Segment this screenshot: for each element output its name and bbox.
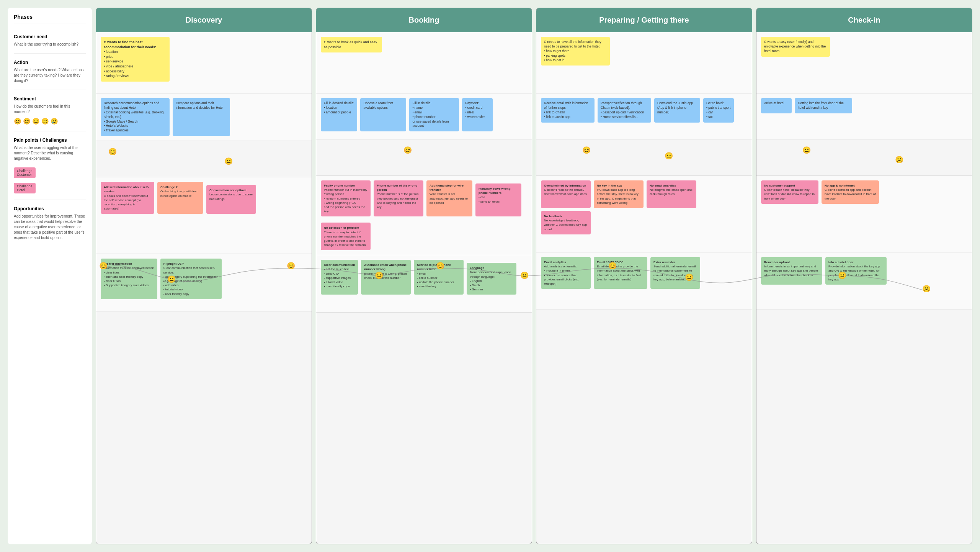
phase-opportunity: Opportunities Add opportunities for impr… [14, 200, 86, 247]
preparing-opportunity: Email analyticsAdd analytics on emails:•… [536, 252, 752, 310]
preparing-opp-notes: Email analyticsAdd analytics on emails:•… [541, 257, 747, 289]
discovery-pain-notes: Allased information about self-serviceC … [101, 182, 307, 214]
sentiment-desc: How do the customers feel in this moment… [14, 104, 86, 115]
checkin-emoji-sad: ☹️ [895, 156, 903, 164]
preparing-header: Preparing / Getting there [536, 8, 752, 32]
checkin-need-notes: C wants a easy (user friendly) and enjoy… [761, 37, 967, 57]
checkin-action-notes: Arrive at hotel Getting into the front d… [761, 98, 967, 113]
discovery-action-note-2: Compare options and their information an… [173, 98, 230, 136]
emoji-4: ☹️ [41, 118, 49, 125]
discovery-action: Research accommodation options and findi… [96, 93, 312, 141]
checkin-opp-note-1: Reminder upfrontInform guests in an impo… [761, 257, 822, 285]
action-desc: What are the user's needs? What actions … [14, 67, 86, 84]
booking-need-notes: C wants to book as quick and easy as pos… [321, 37, 527, 52]
discovery-customer-need: C wants to find the best accommodation f… [96, 32, 312, 93]
emoji-1: 😊 [14, 118, 21, 125]
preparing-sentiment-line: 😊 😐 [541, 144, 747, 171]
booking-action: Fill in desired details:• location• amou… [316, 93, 532, 139]
customer-need-desc: What is the user trying to accomplish? [14, 42, 86, 47]
phase-action: Action What are the user's needs? What a… [14, 54, 86, 90]
preparing-need-notes: C needs to have all the information they… [541, 37, 747, 66]
booking-action-note-4: Payment:• credit card• ideal• wisetransf… [462, 98, 493, 131]
booking-opportunity: Clear communication• not too much text• … [316, 255, 532, 313]
challenge-customer-badge: ChallengeCustomer [14, 167, 36, 178]
preparing-need-note-1: C needs to have all the information they… [541, 37, 610, 66]
checkin-emoji-neutral: 😐 [802, 146, 811, 154]
opportunity-desc: Add opportunities for improvement. These… [14, 214, 86, 241]
preparing-pain-note-4: No feedbackNo knowledge / feedback, whet… [541, 211, 591, 234]
preparing-opp-note-3: Extra reminderSend additional reminder e… [650, 257, 700, 289]
checkin-action-note-1: Arrive at hotel [761, 98, 792, 113]
preparing-action-note-3: Download the Justin app (App & link in p… [654, 98, 700, 123]
booking-customer-need: C wants to book as quick and easy as pos… [316, 32, 532, 93]
checkin-opportunity: Reminder upfrontInform guests in an impo… [756, 252, 972, 310]
booking-need-note-1: C wants to book as quick and easy as pos… [321, 37, 382, 52]
preparing-column: Preparing / Getting there C needs to hav… [536, 8, 752, 544]
booking-opp-note-2: Automatic email when phone number wrongp… [361, 260, 411, 295]
opportunity-title: Opportunities [14, 206, 86, 211]
booking-emoji-happy: 😊 [403, 146, 412, 154]
emoji-3: 😐 [32, 118, 40, 125]
columns-wrapper: Discovery C wants to find the best accom… [96, 8, 972, 544]
action-title: Action [14, 60, 86, 65]
checkin-pain-note-1: No customer supportC can't reach hotel, … [761, 180, 818, 204]
booking-opp-notes: Clear communication• not too much text• … [321, 260, 527, 295]
booking-pain-note-4: manually solve wrong phone numbers• call… [475, 183, 521, 216]
discovery-pain-note-3: Conversation not optimalLoose conversion… [206, 185, 256, 214]
booking-column: Booking C wants to book as quick and eas… [316, 8, 532, 544]
preparing-pain-note-2: No key in the appIf C downloads app too … [594, 180, 644, 208]
discovery-need-note-1: C wants to find the best accommodation f… [101, 37, 170, 82]
phase-sentiment: Sentiment How do the customers feel in t… [14, 90, 86, 131]
preparing-action: Receive email with information of furthe… [536, 93, 752, 139]
booking-pain-notes: Faulty phone numberPhone number put in i… [321, 180, 527, 250]
booking-action-note-3: Fill in details:• name• email• phone num… [409, 98, 459, 131]
booking-action-note-1: Fill in desired details:• location• amou… [321, 98, 357, 131]
booking-pain-note-2: Phone number of the wrong personPhone nu… [374, 180, 423, 216]
checkin-opp-note-2: Info at hotel doorProvide information ab… [825, 257, 887, 285]
checkin-sentiment-line: 😐 ☹️ [761, 144, 967, 171]
discovery-pain-note-2: Challenge 2On booking image with text is… [157, 182, 203, 214]
checkin-action: Arrive at hotel Getting into the front d… [756, 93, 972, 139]
booking-sentiment: 😊 [316, 139, 532, 176]
preparing-emoji-happy: 😊 [582, 146, 591, 154]
booking-pain: Faulty phone numberPhone number put in i… [316, 176, 532, 255]
discovery-pain: Allased information about self-serviceC … [96, 177, 312, 254]
preparing-action-note-4: Get to hotel:• public transport• car• ta… [703, 98, 734, 123]
preparing-emoji-neutral: 😐 [665, 152, 673, 160]
booking-pain-note-3: Additional step for wire transferWire tr… [426, 180, 472, 216]
checkin-customer-need: C wants a easy (user friendly) and enjoy… [756, 32, 972, 93]
booking-opp-note-1: Clear communication• not too much text• … [321, 260, 358, 295]
booking-action-notes: Fill in desired details:• location• amou… [321, 98, 527, 131]
preparing-action-note-2: Passport verification through ChatIn (we… [598, 98, 651, 123]
discovery-action-notes: Research accommodation options and findi… [101, 98, 307, 136]
booking-pain-note-1: Faulty phone numberPhone number put in i… [321, 180, 371, 216]
booking-header: Booking [316, 8, 532, 32]
discovery-header: Discovery [96, 8, 312, 32]
preparing-sentiment: 😊 😐 [536, 139, 752, 176]
discovery-opportunity: Clearer informationInformation must be d… [96, 254, 312, 311]
checkin-pain-notes: No customer supportC can't reach hotel, … [761, 180, 967, 204]
preparing-pain: Overwhelmed by informationC doesn't read… [536, 176, 752, 252]
sentiment-emojis: 😊 😊 😐 ☹️ 😢 [14, 118, 86, 125]
preparing-opp-note-2: Email / SMS "BID"Email dedicated to prov… [594, 257, 647, 289]
preparing-opp-note-1: Email analyticsAdd analytics on emails:•… [541, 257, 591, 289]
checkin-pain: No customer supportC can't reach hotel, … [756, 176, 972, 252]
discovery-opp-notes: Clearer informationInformation must be d… [101, 259, 307, 299]
checkin-opp-notes: Reminder upfrontInform guests in an impo… [761, 257, 967, 285]
preparing-customer-need: C needs to have all the information they… [536, 32, 752, 93]
discovery-pain-note-1: Allased information about self-serviceC … [101, 182, 154, 214]
preparing-pain-note-1: Overwhelmed by informationC doesn't read… [541, 180, 591, 208]
sentiment-title: Sentiment [14, 96, 86, 102]
discovery-sentiment: 😊 😐 [96, 141, 312, 177]
phases-panel: Phases Customer need What is the user tr… [8, 8, 92, 544]
booking-opp-note-3: Service to put in phone number later• em… [414, 260, 464, 295]
discovery-column: Discovery C wants to find the best accom… [96, 8, 312, 544]
checkin-column: Check-in C wants a easy (user friendly) … [756, 8, 972, 544]
discovery-emoji-neutral: 😐 [224, 157, 233, 165]
booking-sentiment-line: 😊 [321, 144, 527, 171]
booking-opp-note-4: LanguageMore personalised experience thr… [467, 263, 516, 295]
customer-need-title: Customer need [14, 34, 86, 39]
discovery-action-note-1: Research accommodation options and findi… [101, 98, 170, 136]
checkin-sentiment: 😐 ☹️ [756, 139, 972, 176]
phase-customer-need: Customer need What is the user trying to… [14, 28, 86, 54]
